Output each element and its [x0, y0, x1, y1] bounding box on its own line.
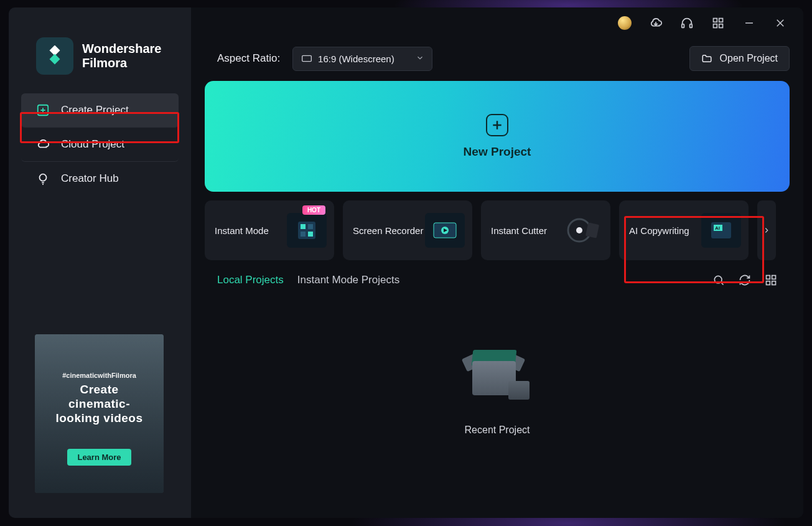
svg-rect-39 — [767, 281, 770, 285]
svg-line-36 — [721, 283, 724, 285]
svg-rect-12 — [719, 19, 723, 22]
svg-rect-22 — [301, 224, 306, 229]
svg-rect-40 — [772, 281, 776, 285]
main-panel: Aspect Ratio: 16:9 (Widescreen) Open Pro… — [191, 7, 803, 518]
close-icon[interactable] — [773, 16, 787, 30]
svg-rect-18 — [302, 55, 312, 61]
feature-label: AI Copywriting — [629, 225, 689, 236]
aspect-ratio-group: Aspect Ratio: 16:9 (Widescreen) — [217, 47, 432, 71]
sidebar-item-creator-hub[interactable]: Creator Hub — [21, 162, 179, 195]
feature-label: Screen Recorder — [353, 225, 423, 236]
project-tabs-row: Local Projects Instant Mode Projects — [217, 274, 790, 286]
brand-line2: Filmora — [82, 56, 161, 70]
screen-recorder-thumb-icon — [425, 213, 465, 248]
promo-card[interactable]: #cinematicwithFilmora Create cinematic- … — [35, 334, 164, 493]
sidebar-item-cloud-project[interactable]: Cloud Project — [21, 128, 179, 162]
minimize-icon[interactable] — [742, 16, 756, 30]
new-project-label: New Project — [464, 145, 531, 159]
svg-rect-25 — [308, 232, 313, 237]
support-headset-icon[interactable] — [680, 16, 694, 30]
svg-rect-9 — [682, 24, 684, 28]
app-window: Wondershare Filmora Create Project Cloud… — [9, 7, 803, 518]
sidebar-item-label: Cloud Project — [61, 138, 124, 151]
svg-rect-37 — [767, 276, 770, 279]
aspect-ratio-select[interactable]: 16:9 (Widescreen) — [292, 47, 432, 71]
screen-icon — [302, 55, 312, 62]
promo-learn-more-button[interactable]: Learn More — [67, 449, 131, 466]
toolbar: Aspect Ratio: 16:9 (Widescreen) Open Pro… — [191, 39, 803, 77]
empty-box-icon — [460, 336, 534, 411]
tab-actions — [712, 274, 790, 286]
svg-point-35 — [714, 276, 722, 283]
tab-local-projects[interactable]: Local Projects — [217, 274, 284, 286]
feature-screen-recorder[interactable]: Screen Recorder — [343, 200, 472, 260]
cloud-icon — [36, 138, 50, 151]
hot-badge: HOT — [302, 205, 325, 215]
chevron-down-icon — [416, 54, 424, 64]
sidebar-nav: Create Project Cloud Project Creator Hub — [9, 93, 191, 195]
filmora-logo-icon — [36, 37, 73, 75]
svg-point-30 — [576, 227, 582, 233]
feature-instant-mode[interactable]: Instant Mode HOT — [205, 200, 334, 260]
new-project-tile[interactable]: New Project — [205, 81, 790, 192]
plus-icon — [486, 114, 508, 136]
project-tabs: Local Projects Instant Mode Projects — [217, 274, 399, 286]
brand-line1: Wondershare — [82, 42, 161, 56]
svg-rect-10 — [690, 24, 693, 28]
svg-rect-11 — [714, 19, 717, 22]
svg-rect-23 — [308, 224, 313, 229]
bulb-icon — [36, 172, 50, 186]
feature-row: Instant Mode HOT Screen Recorder Instant… — [205, 200, 790, 260]
feature-label: Instant Cutter — [491, 225, 547, 236]
feature-next-button[interactable] — [757, 200, 776, 260]
recent-projects-area: Recent Project — [191, 286, 803, 518]
apps-grid-icon[interactable] — [711, 16, 725, 30]
app-brand-text: Wondershare Filmora — [82, 42, 161, 70]
svg-rect-13 — [714, 24, 717, 28]
feature-label: Instant Mode — [215, 225, 269, 236]
recent-project-label: Recent Project — [465, 425, 530, 436]
svg-rect-38 — [772, 276, 776, 279]
open-project-label: Open Project — [720, 53, 778, 64]
app-logo: Wondershare Filmora — [9, 20, 191, 93]
folder-icon — [701, 53, 712, 64]
plus-square-icon — [36, 103, 50, 117]
aspect-ratio-label: Aspect Ratio: — [217, 52, 280, 65]
refresh-icon[interactable] — [739, 274, 751, 286]
open-project-button[interactable]: Open Project — [689, 46, 790, 71]
svg-rect-1 — [50, 54, 60, 65]
titlebar — [191, 7, 803, 39]
feature-instant-cutter[interactable]: Instant Cutter — [481, 200, 610, 260]
sidebar-item-label: Create Project — [61, 104, 129, 116]
tab-instant-mode-projects[interactable]: Instant Mode Projects — [297, 274, 399, 286]
svg-point-5 — [40, 174, 47, 181]
instant-cutter-thumb-icon — [563, 213, 603, 248]
promo-title: Create cinematic- looking videos — [55, 383, 142, 425]
aspect-ratio-value: 16:9 (Widescreen) — [318, 54, 394, 64]
user-avatar-icon[interactable] — [618, 16, 632, 30]
cloud-download-icon[interactable] — [649, 16, 663, 30]
sidebar: Wondershare Filmora Create Project Cloud… — [9, 7, 191, 518]
sidebar-item-create-project[interactable]: Create Project — [21, 93, 179, 128]
ai-copywriting-thumb-icon: AI — [701, 213, 741, 248]
chevron-right-icon — [762, 226, 771, 235]
svg-text:AI: AI — [715, 225, 720, 231]
feature-ai-copywriting[interactable]: AI Copywriting AI — [619, 200, 749, 260]
search-icon[interactable] — [712, 274, 725, 286]
svg-rect-14 — [719, 24, 723, 28]
promo-hashtag: #cinematicwithFilmora — [62, 372, 136, 379]
sidebar-item-label: Creator Hub — [61, 172, 119, 185]
grid-view-icon[interactable] — [765, 274, 777, 286]
instant-mode-thumb-icon — [287, 213, 327, 248]
svg-rect-24 — [301, 232, 306, 237]
